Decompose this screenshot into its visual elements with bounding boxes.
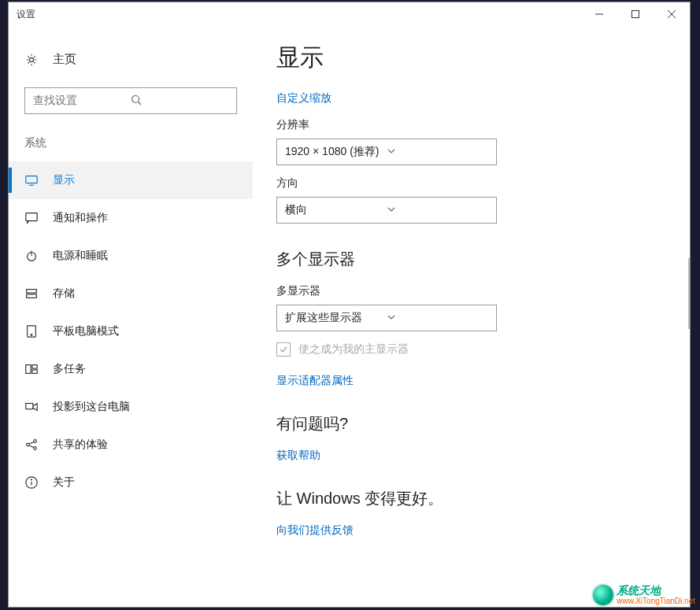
svg-line-23 [29, 442, 33, 444]
sidebar-item-display[interactable]: 显示 [9, 161, 253, 199]
sidebar-item-notifications[interactable]: 通知和操作 [9, 199, 253, 237]
svg-point-20 [27, 443, 30, 446]
svg-rect-18 [32, 370, 37, 374]
search-placeholder: 查找设置 [33, 94, 131, 108]
get-help-link[interactable]: 获取帮助 [276, 449, 666, 463]
svg-rect-17 [32, 365, 37, 369]
storage-icon [24, 287, 39, 301]
share-icon [24, 438, 39, 452]
orientation-label: 方向 [276, 176, 666, 190]
svg-point-4 [29, 57, 33, 61]
svg-line-24 [29, 445, 33, 448]
svg-point-27 [31, 479, 32, 480]
chevron-down-icon [387, 312, 488, 324]
display-adapter-link[interactable]: 显示适配器属性 [276, 374, 666, 388]
svg-point-21 [34, 440, 37, 443]
chevron-down-icon [387, 204, 488, 216]
chevron-down-icon [387, 146, 488, 158]
window-body: 主页 查找设置 系统 显示 通知和操作 电源和睡眠 [9, 26, 690, 607]
search-icon [131, 94, 228, 108]
sidebar-item-label: 关于 [53, 475, 75, 490]
give-feedback-link[interactable]: 向我们提供反馈 [276, 523, 666, 538]
main-content: 显示 自定义缩放 分辨率 1920 × 1080 (推荐) 方向 横向 多个显示… [253, 26, 690, 607]
orientation-dropdown[interactable]: 横向 [276, 197, 497, 224]
help-heading: 有问题吗? [276, 413, 666, 434]
multitask-icon [24, 362, 39, 376]
svg-line-6 [139, 102, 142, 105]
home-button[interactable]: 主页 [9, 46, 253, 73]
sidebar-item-shared[interactable]: 共享的体验 [9, 426, 253, 464]
sidebar-item-project[interactable]: 投影到这台电脑 [9, 388, 253, 426]
sidebar-item-label: 存储 [53, 287, 75, 301]
resolution-value: 1920 × 1080 (推荐) [285, 145, 387, 159]
page-title: 显示 [276, 42, 666, 74]
sidebar-item-label: 多任务 [53, 362, 86, 376]
svg-rect-12 [27, 290, 37, 294]
sidebar-item-label: 平板电脑模式 [53, 324, 119, 338]
svg-rect-1 [632, 11, 639, 18]
maximize-button[interactable] [617, 2, 654, 26]
svg-rect-9 [26, 213, 37, 221]
make-primary-checkbox [276, 342, 291, 357]
svg-point-15 [31, 335, 32, 336]
multi-monitor-value: 扩展这些显示器 [285, 311, 387, 325]
watermark: 系统天地 www.XiTongTianDi.net [593, 585, 695, 605]
sidebar-item-label: 显示 [53, 173, 75, 187]
search-input[interactable]: 查找设置 [24, 87, 237, 114]
globe-icon [593, 585, 613, 605]
power-icon [24, 249, 39, 263]
sidebar-item-label: 电源和睡眠 [53, 249, 108, 263]
sidebar-item-storage[interactable]: 存储 [9, 275, 253, 312]
settings-window: 设置 主页 [8, 2, 691, 608]
make-primary-checkbox-row: 使之成为我的主显示器 [276, 342, 666, 357]
sidebar: 主页 查找设置 系统 显示 通知和操作 电源和睡眠 [9, 26, 253, 607]
orientation-value: 横向 [285, 203, 387, 217]
svg-rect-7 [26, 176, 37, 183]
svg-rect-19 [26, 404, 33, 409]
watermark-title: 系统天地 [617, 585, 695, 597]
home-label: 主页 [53, 52, 76, 67]
monitor-icon [24, 173, 39, 187]
window-controls [581, 2, 690, 26]
svg-point-5 [132, 95, 139, 102]
sidebar-item-label: 共享的体验 [53, 438, 108, 452]
project-icon [24, 400, 39, 414]
watermark-url: www.XiTongTianDi.net [617, 597, 695, 605]
gear-icon [24, 53, 39, 67]
resolution-label: 分辨率 [276, 118, 666, 132]
window-title: 设置 [17, 8, 581, 21]
tablet-icon [24, 324, 39, 338]
sidebar-item-power[interactable]: 电源和睡眠 [9, 237, 253, 275]
sidebar-section-label: 系统 [9, 131, 253, 161]
svg-rect-16 [26, 365, 31, 374]
make-primary-label: 使之成为我的主显示器 [298, 342, 409, 357]
info-icon [24, 475, 39, 490]
sidebar-item-multitask[interactable]: 多任务 [9, 350, 253, 388]
multi-monitor-label: 多显示器 [276, 284, 666, 298]
message-icon [24, 211, 39, 225]
svg-rect-13 [27, 294, 37, 298]
sidebar-item-label: 通知和操作 [53, 211, 108, 225]
multi-monitor-heading: 多个显示器 [276, 249, 666, 270]
adapter-link-container: 显示适配器属性 [276, 374, 666, 388]
sidebar-item-tablet[interactable]: 平板电脑模式 [9, 312, 253, 350]
close-button[interactable] [654, 2, 690, 26]
custom-scaling-link[interactable]: 自定义缩放 [276, 91, 666, 105]
scrollbar[interactable] [688, 258, 690, 329]
svg-point-22 [34, 447, 37, 450]
resolution-dropdown[interactable]: 1920 × 1080 (推荐) [276, 139, 497, 165]
sidebar-item-about[interactable]: 关于 [9, 464, 253, 501]
feedback-heading: 让 Windows 变得更好。 [276, 488, 666, 509]
titlebar: 设置 [9, 2, 690, 26]
multi-monitor-dropdown[interactable]: 扩展这些显示器 [276, 305, 497, 331]
sidebar-item-label: 投影到这台电脑 [53, 400, 130, 414]
minimize-button[interactable] [581, 2, 617, 26]
